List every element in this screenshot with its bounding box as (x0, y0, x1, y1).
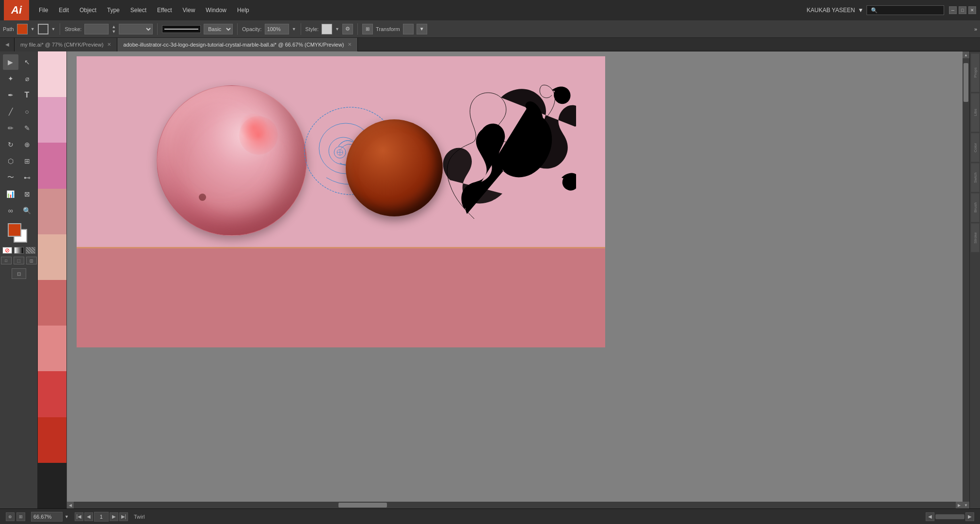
transform-label[interactable]: Transform (376, 26, 400, 32)
menu-view[interactable]: View (178, 5, 200, 16)
stroke-width-input[interactable] (84, 24, 109, 34)
stroke-up-arrow[interactable]: ▲▼ (112, 24, 116, 34)
status-icon-1[interactable]: ⊕ (6, 512, 15, 521)
menu-effect[interactable]: Effect (152, 5, 177, 16)
menu-type[interactable]: Type (102, 5, 125, 16)
prev-page-btn[interactable]: ◀ (84, 512, 93, 521)
tab-tutorial[interactable]: adobe-illustrator-cc-3d-logo-design-tuto… (117, 38, 358, 51)
panel-toggle[interactable]: » (974, 26, 977, 32)
zoom-dropdown[interactable]: ▼ (64, 514, 69, 519)
direct-selection-tool[interactable]: ↖ (19, 54, 35, 70)
pencil-tool[interactable]: ✎ (19, 120, 35, 136)
page-number-input[interactable] (94, 512, 109, 522)
change-screen-mode-btn[interactable]: ⊡ (12, 268, 26, 279)
properties-panel-tab[interactable]: Props (971, 53, 980, 92)
swatch-6[interactable] (38, 280, 66, 326)
h-scroll-thumb[interactable] (338, 503, 387, 508)
blend-tool[interactable]: ∞ (3, 203, 18, 218)
free-transform-tool[interactable]: ⊞ (19, 153, 35, 169)
tab-tutorial-close[interactable]: ✕ (348, 42, 352, 47)
width-tool[interactable]: ⊷ (19, 170, 35, 185)
style-color-box[interactable] (321, 24, 332, 34)
stroke-type-dropdown[interactable]: Basic (204, 24, 233, 34)
type-tool[interactable]: T (19, 87, 35, 103)
stroke-dropdown[interactable] (119, 24, 153, 34)
menu-file[interactable]: File (34, 5, 53, 16)
zoom-input[interactable] (31, 512, 63, 522)
fill-color-box[interactable] (17, 24, 28, 34)
v-scroll-thumb[interactable] (964, 63, 968, 102)
maximize-button[interactable]: □ (959, 6, 966, 14)
color-panel-tab[interactable]: Color (971, 133, 980, 162)
fill-dropdown-arrow[interactable]: ▼ (31, 27, 35, 32)
brushes-panel-tab[interactable]: Brush (971, 193, 980, 222)
vertical-scrollbar[interactable]: ▲ ▼ (963, 51, 969, 508)
scroll-left-arrow[interactable]: ◀ (67, 502, 74, 508)
magic-wand-tool[interactable]: ✦ (3, 71, 18, 86)
scroll-down-arrow[interactable]: ▼ (963, 502, 969, 508)
horizontal-scrollbar[interactable]: ◀ ▶ (67, 502, 963, 508)
user-dropdown-icon[interactable]: ▼ (858, 7, 864, 14)
canvas-area[interactable]: ▲ ▼ ◀ ▶ (38, 51, 969, 508)
pen-tool[interactable]: ✒ (3, 87, 18, 103)
ellipse-tool[interactable]: ○ (19, 104, 35, 119)
swatch-3[interactable] (38, 143, 66, 188)
transform-more-btn[interactable]: ▼ (417, 24, 427, 34)
transform-options-btn[interactable] (403, 24, 414, 34)
black-decorative-shape[interactable] (426, 83, 576, 238)
menu-select[interactable]: Select (126, 5, 151, 16)
mesh-tool[interactable]: ⊠ (19, 186, 35, 202)
stroke-dropdown-arrow[interactable]: ▼ (51, 27, 56, 32)
next-page-btn[interactable]: ▶ (110, 512, 118, 521)
draw-behind-btn[interactable]: ◫ (26, 257, 37, 264)
lasso-tool[interactable]: ⌀ (19, 71, 35, 86)
status-icon-2[interactable]: ⊞ (16, 512, 25, 521)
h-scroll-bottom[interactable]: ◀ ▶ (926, 512, 974, 521)
libraries-panel-tab[interactable]: Libs (971, 93, 980, 132)
align-btn[interactable]: ⊞ (362, 24, 373, 34)
warp-tool[interactable]: 〜 (3, 170, 18, 185)
swatch-4[interactable] (38, 189, 66, 234)
line-tool[interactable]: ╱ (3, 104, 18, 119)
opacity-dropdown-arrow[interactable]: ▼ (292, 27, 296, 32)
swatch-5[interactable] (38, 234, 66, 280)
paintbrush-tool[interactable]: ✏ (3, 120, 18, 136)
crystal-marble-ball[interactable] (157, 85, 307, 236)
style-settings-btn[interactable]: ⚙ (342, 24, 353, 34)
swatch-9[interactable] (38, 417, 66, 463)
reflect-tool[interactable]: ⬡ (3, 153, 18, 169)
menu-window[interactable]: Window (201, 5, 231, 16)
close-button[interactable]: ✕ (968, 6, 976, 14)
none-color-btn[interactable]: ⊘ (2, 247, 12, 254)
transform-tool[interactable]: ⊕ (19, 137, 35, 152)
draw-inside-btn[interactable]: ⬚ (14, 257, 24, 264)
next-page-end-btn[interactable]: ▶| (119, 512, 128, 521)
swatch-1[interactable] (38, 51, 66, 97)
gradient-btn[interactable] (14, 247, 24, 254)
scroll-right-arrow[interactable]: ▶ (956, 502, 963, 508)
stroke-panel-tab[interactable]: Stroke (971, 223, 980, 252)
menu-help[interactable]: Help (232, 5, 254, 16)
swatch-2[interactable] (38, 97, 66, 143)
swatches-panel-tab[interactable]: Swtch (971, 163, 980, 192)
swatch-8[interactable] (38, 371, 66, 417)
foreground-color-box[interactable] (8, 223, 21, 237)
zoom-tool[interactable]: 🔍 (19, 203, 35, 218)
minimize-button[interactable]: ─ (949, 6, 957, 14)
pattern-btn[interactable] (26, 247, 35, 254)
prev-page-begin-btn[interactable]: |◀ (75, 512, 83, 521)
h-thumb-status[interactable] (935, 514, 964, 519)
rotate-tool[interactable]: ↻ (3, 137, 18, 152)
search-input[interactable] (867, 5, 944, 15)
opacity-input[interactable] (265, 24, 289, 34)
scroll-left-status[interactable]: ◀ (926, 512, 934, 521)
swatch-7[interactable] (38, 326, 66, 371)
menu-edit[interactable]: Edit (54, 5, 74, 16)
swatch-10[interactable] (38, 463, 66, 508)
tab-myfile[interactable]: my file.ai* @ 77% (CMYK/Preview) ✕ (15, 38, 117, 51)
scroll-right-status[interactable]: ▶ (965, 512, 974, 521)
menu-object[interactable]: Object (75, 5, 101, 16)
style-dropdown-arrow[interactable]: ▼ (335, 27, 339, 32)
draw-mode-btn[interactable]: □ (1, 257, 12, 264)
tab-myfile-close[interactable]: ✕ (107, 42, 111, 47)
